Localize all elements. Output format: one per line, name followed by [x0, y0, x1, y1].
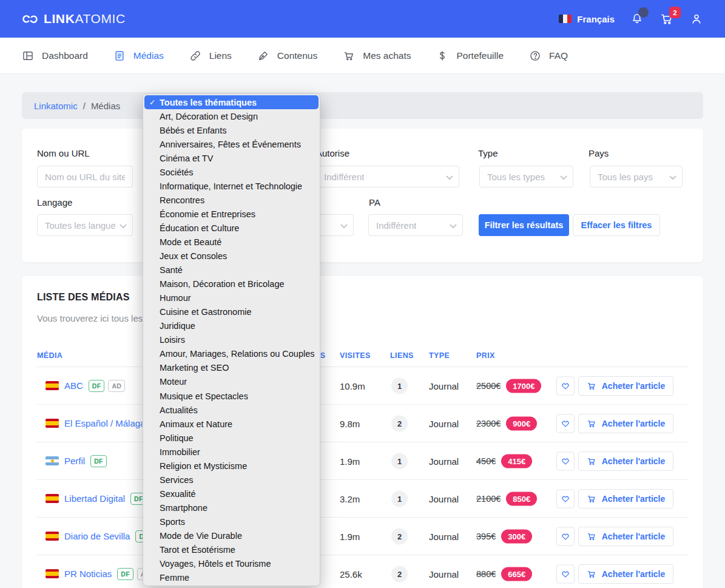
dropdown-option[interactable]: ✓ Sociétés — [144, 165, 319, 179]
favorite-button[interactable] — [556, 564, 575, 583]
dropdown-option[interactable]: ✓ Toutes les thématiques — [144, 95, 319, 109]
buy-article-button[interactable]: Acheter l'article — [578, 527, 673, 546]
dropdown-option[interactable]: ✓ Humour — [144, 291, 319, 305]
metric-badge: DF — [90, 455, 107, 467]
metric-badge: DF — [89, 380, 105, 392]
pays-select[interactable]: Tous les pays — [590, 166, 683, 188]
type-select[interactable]: Tous les types — [479, 166, 573, 188]
autorise-label: Autorise — [316, 148, 349, 158]
dropdown-option-label: Art, Décoration et Design — [160, 112, 258, 121]
dropdown-option[interactable]: ✓ Juridique — [144, 319, 319, 333]
dropdown-option[interactable]: ✓ Rencontres — [144, 193, 319, 207]
dropdown-option[interactable]: ✓ Maison, Décoration et Bricolage — [144, 277, 319, 291]
country-flag-icon — [46, 456, 59, 465]
dropdown-option[interactable]: ✓ Économie et Entreprises — [144, 207, 319, 221]
question-icon — [529, 50, 541, 62]
buy-article-button[interactable]: Acheter l'article — [578, 376, 673, 396]
user-icon — [690, 12, 703, 25]
buy-article-label: Acheter l'article — [602, 569, 666, 579]
media-type: Journal — [429, 569, 459, 579]
media-link[interactable]: Perfil — [64, 456, 85, 466]
dropdown-option[interactable]: ✓ Mode de Vie Durable — [144, 529, 319, 542]
nav-item[interactable]: Portefeuille — [436, 50, 504, 62]
dropdown-option[interactable]: ✓ Politique — [144, 431, 319, 445]
breadcrumb: Linkatomic / Médias — [22, 92, 703, 119]
dropdown-option[interactable]: ✓ Femme — [144, 571, 319, 585]
dropdown-option[interactable]: ✓ Moteur — [144, 375, 319, 389]
nav-item-label: Liens — [209, 50, 232, 61]
dropdown-option[interactable]: ✓ Éducation et Culture — [144, 221, 319, 235]
nav-item[interactable]: Liens — [189, 50, 232, 62]
dropdown-option[interactable]: ✓ Tarot et Ésotérisme — [144, 543, 319, 557]
dropdown-option-label: Informatique, Internet et Technologie — [160, 181, 302, 191]
dropdown-option[interactable]: ✓ Amour, Mariages, Relations ou Couples — [144, 347, 319, 361]
dropdown-option[interactable]: ✓ Loisirs — [144, 333, 319, 347]
dropdown-option[interactable]: ✓ Cinéma et TV — [144, 151, 319, 165]
dropdown-option[interactable]: ✓ Sports — [144, 515, 319, 529]
buy-article-button[interactable]: Acheter l'article — [578, 489, 673, 509]
dropdown-option[interactable]: ✓ Bébés et Enfants — [144, 123, 319, 137]
pa-select[interactable]: Indifférent — [368, 214, 463, 236]
buy-article-button[interactable]: Acheter l'article — [578, 414, 673, 433]
account-button[interactable] — [690, 12, 703, 25]
dropdown-option[interactable]: ✓ Marketing et SEO — [144, 361, 319, 375]
dropdown-option[interactable]: ✓ Santé — [144, 263, 319, 277]
dropdown-option-label: Loisirs — [160, 335, 185, 345]
favorite-button[interactable] — [556, 527, 575, 546]
media-link[interactable]: Diario de Sevilla — [64, 531, 130, 541]
favorite-button[interactable] — [556, 451, 575, 470]
clear-filters-button[interactable]: Effacer les filtres — [573, 214, 660, 236]
current-price-badge: 1700€ — [506, 379, 541, 393]
price-cell: 2100€ 850€ — [476, 492, 537, 505]
favorite-button[interactable] — [556, 376, 575, 395]
dropdown-option[interactable]: ✓ Religion et Mysticisme — [144, 459, 319, 473]
name-url-input[interactable] — [37, 166, 133, 188]
nav-item[interactable]: Dashboard — [22, 50, 88, 62]
dropdown-option[interactable]: ✓ Jeux et Consoles — [144, 249, 319, 263]
breadcrumb-home-link[interactable]: Linkatomic — [34, 101, 78, 111]
column-header-media: MÉDIA — [37, 351, 62, 360]
dropdown-option[interactable]: ✓ Smartphone — [144, 501, 319, 515]
price-cell: 2500€ 1700€ — [476, 379, 541, 393]
nav-item[interactable]: Mes achats — [343, 50, 411, 62]
column-header-visites: VISITES — [340, 351, 371, 360]
visits-value: 10.9m — [340, 380, 365, 391]
filter-results-button[interactable]: Filtrer les résultats — [479, 214, 569, 236]
dropdown-option[interactable]: ✓ Informatique, Internet et Technologie — [144, 179, 319, 193]
heart-icon — [561, 456, 570, 465]
langage-select[interactable]: Toutes les langues — [37, 214, 133, 236]
dropdown-option[interactable]: ✓ Cuisine et Gastronomie — [144, 305, 319, 319]
media-link[interactable]: Libertad Digital — [64, 493, 125, 504]
dropdown-option[interactable]: ✓ Actualités — [144, 403, 319, 417]
nav-item[interactable]: FAQ — [529, 50, 568, 62]
media-link[interactable]: El Español / Málaga — [64, 418, 145, 428]
chevron-down-icon — [560, 172, 567, 182]
buy-article-button[interactable]: Acheter l'article — [578, 564, 673, 584]
autorise-select[interactable]: Indifférent — [316, 166, 459, 188]
notification-badge — [638, 7, 649, 18]
buy-article-button[interactable]: Acheter l'article — [578, 451, 673, 471]
media-link[interactable]: PR Noticias — [64, 569, 112, 579]
dropdown-option[interactable]: ✓ Mode et Beauté — [144, 235, 319, 249]
media-cell: El Español / Málaga — [46, 405, 150, 442]
media-link[interactable]: ABC — [64, 380, 83, 391]
dropdown-option[interactable]: ✓ Services — [144, 473, 319, 487]
dropdown-option[interactable]: ✓ Immobilier — [144, 445, 319, 459]
nav-item[interactable]: Contenus — [257, 50, 317, 62]
favorite-button[interactable] — [556, 414, 575, 433]
nav-item[interactable]: Médias — [113, 50, 164, 62]
favorite-button[interactable] — [556, 489, 575, 508]
dropdown-option[interactable]: ✓ Art, Décoration et Design — [144, 109, 319, 123]
dropdown-option-label: Animaux et Nature — [160, 419, 232, 429]
dropdown-option[interactable]: ✓ Animaux et Nature — [144, 417, 319, 431]
column-header-prix: PRIX — [476, 351, 495, 360]
language-selector[interactable]: Français — [559, 14, 615, 24]
nav-item-label: Portefeuille — [456, 50, 504, 61]
notifications-button[interactable] — [630, 12, 644, 25]
dropdown-option[interactable]: ✓ Anniversaires, Fêtes et Événements — [144, 137, 319, 151]
dropdown-option[interactable]: ✓ Sexualité — [144, 487, 319, 501]
cart-button[interactable]: 2 — [659, 12, 674, 26]
brand-logo[interactable]: LINKATOMIC — [22, 11, 126, 27]
dropdown-option[interactable]: ✓ Musique et Spectacles — [144, 389, 319, 403]
dropdown-option[interactable]: ✓ Voyages, Hôtels et Tourisme — [144, 557, 319, 571]
